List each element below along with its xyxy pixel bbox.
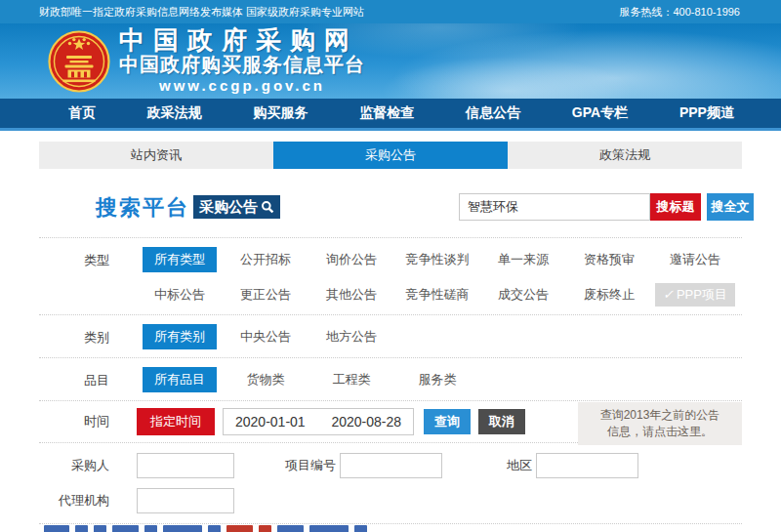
filter-option-goods[interactable]: 货物类: [223, 371, 308, 389]
filter-option-prequalification[interactable]: 资格预审: [566, 251, 652, 268]
notice-line2: 信息，请点击这里。: [578, 424, 742, 440]
purchaser-label: 采购人: [39, 457, 137, 474]
cloud-decoration: [381, 57, 635, 99]
filter-option-other-announcement[interactable]: 其他公告: [308, 286, 394, 304]
filter-panel: 类型 所有类型 公开招标 询价公告 竞争性谈判 单一来源 资格预审 邀请公告 中…: [39, 237, 742, 524]
cloud-decoration: [390, 29, 781, 99]
main-nav: 首页 政采法规 购买服务 监督检查 信息公告 GPA专栏 PPP频道: [0, 99, 781, 131]
extra-filters-row: 采购人 项目编号 地区: [39, 443, 742, 481]
category-filter-row: 类别 所有类别 中央公告 地方公告: [39, 315, 742, 358]
type-options: 所有类型 公开招标 询价公告 竞争性谈判 单一来源 资格预审 邀请公告 中标公告…: [137, 247, 738, 307]
filter-option-services[interactable]: 服务类: [394, 371, 480, 389]
time-filter-row: 时间 指定时间 2020-01-01 2020-08-28 查询 取消 查询20…: [39, 401, 742, 443]
purchaser-input[interactable]: [137, 453, 234, 478]
filter-option-bid-cancellation[interactable]: 废标终止: [566, 286, 652, 304]
nav-item-procurement-regulations[interactable]: 政采法规: [147, 104, 202, 122]
filter-option-competitive-consultation[interactable]: 竞争性磋商: [394, 286, 480, 304]
agency-label: 代理机构: [39, 492, 137, 510]
national-emblem-icon: [48, 30, 110, 93]
cancel-button[interactable]: 取消: [478, 409, 525, 434]
old-announcements-notice-link[interactable]: 查询2013年之前的公告 信息，请点击这里。: [578, 402, 742, 445]
magnifier-icon: [261, 200, 274, 214]
filter-chip-all-categories[interactable]: 所有类别: [143, 324, 217, 349]
nav-item-ppp-channel[interactable]: PPP频道: [679, 104, 734, 122]
topbar-slogan: 财政部唯一指定政府采购信息网络发布媒体 国家级政府采购专业网站: [39, 5, 364, 20]
filter-option-central-announcements[interactable]: 中央公告: [223, 328, 308, 346]
tab-policies-regulations[interactable]: 政策法规: [508, 142, 742, 169]
ppp-project-toggle[interactable]: PPP项目: [655, 283, 735, 307]
date-from-input[interactable]: 2020-01-01: [235, 414, 306, 430]
category-label: 类别: [39, 324, 137, 347]
topbar: 财政部唯一指定政府采购信息网络发布媒体 国家级政府采购专业网站 服务热线：400…: [0, 0, 781, 23]
badge-label: 采购公告: [199, 198, 258, 217]
tab-site-news[interactable]: 站内资讯: [39, 142, 273, 169]
region-input[interactable]: [536, 453, 638, 478]
date-range-box: 2020-01-01 2020-08-28: [223, 408, 414, 435]
nav-item-purchase-services[interactable]: 购买服务: [254, 104, 308, 122]
announcement-category-badge[interactable]: 采购公告: [193, 195, 280, 219]
ppp-toggle-label: PPP项目: [677, 287, 727, 302]
project-no-input[interactable]: [340, 453, 442, 478]
search-platform-title: 搜索平台: [96, 193, 189, 223]
item-filter-row: 品目 所有品目 货物类 工程类 服务类: [39, 358, 742, 401]
search-title-button[interactable]: 搜标题: [650, 193, 701, 221]
filter-option-inquiry-announcement[interactable]: 询价公告: [308, 251, 394, 268]
agency-input[interactable]: [137, 488, 234, 513]
item-options: 所有品目 货物类 工程类 服务类: [137, 367, 738, 392]
national-emblem-logo[interactable]: [48, 30, 110, 93]
specified-time-chip[interactable]: 指定时间: [137, 408, 215, 435]
date-to-input[interactable]: 2020-08-28: [331, 414, 401, 430]
notice-line1: 查询2013年之前的公告: [578, 407, 742, 424]
search-input[interactable]: [459, 193, 650, 221]
region-label: 地区: [507, 457, 532, 474]
type-filter-row: 类型 所有类型 公开招标 询价公告 竞争性谈判 单一来源 资格预审 邀请公告 中…: [39, 238, 742, 315]
filter-chip-all-types[interactable]: 所有类型: [143, 247, 217, 272]
search-section: 搜索平台 采购公告 搜标题 搜全文: [39, 192, 742, 222]
site-title-block: 中国政府采购网 中国政府购买服务信息平台 www.ccgp.gov.cn: [119, 27, 365, 95]
clipped-result-row: [44, 525, 367, 532]
site-header: 中国政府采购网 中国政府购买服务信息平台 www.ccgp.gov.cn: [0, 23, 781, 99]
filter-option-competitive-negotiation[interactable]: 竞争性谈判: [394, 251, 480, 268]
project-no-label: 项目编号: [285, 457, 336, 474]
nav-item-supervision-inspection[interactable]: 监督检查: [359, 104, 414, 122]
filter-option-invitation-announcement[interactable]: 邀请公告: [652, 251, 738, 268]
site-title: 中国政府采购网: [119, 27, 365, 54]
site-subtitle: 中国政府购买服务信息平台: [119, 54, 365, 76]
site-url: www.ccgp.gov.cn: [119, 76, 365, 95]
check-icon: [663, 287, 677, 302]
filter-chip-all-items[interactable]: 所有品目: [143, 367, 217, 392]
page: 财政部唯一指定政府采购信息网络发布媒体 国家级政府采购专业网站 服务热线：400…: [0, 0, 781, 532]
section-tabs: 站内资讯 采购公告 政策法规: [39, 142, 742, 169]
search-fulltext-button[interactable]: 搜全文: [707, 193, 754, 221]
nav-item-home[interactable]: 首页: [68, 104, 96, 122]
type-label: 类型: [39, 247, 137, 269]
time-label: 时间: [39, 413, 137, 430]
filter-option-correction-announcement[interactable]: 更正公告: [223, 286, 308, 304]
filter-option-open-tender[interactable]: 公开招标: [223, 251, 308, 268]
filter-option-single-source[interactable]: 单一来源: [480, 251, 566, 268]
tab-procurement-announcements[interactable]: 采购公告: [273, 142, 508, 169]
service-hotline: 服务热线：400-810-1996: [619, 5, 740, 20]
agency-filter-row: 代理机构: [39, 481, 742, 524]
filter-option-local-announcements[interactable]: 地方公告: [308, 328, 394, 346]
filter-option-engineering[interactable]: 工程类: [308, 371, 394, 389]
category-options: 所有类别 中央公告 地方公告: [137, 324, 738, 349]
query-button[interactable]: 查询: [424, 409, 471, 434]
nav-item-gpa-column[interactable]: GPA专栏: [572, 104, 628, 122]
nav-item-information-announcements[interactable]: 信息公告: [466, 104, 520, 122]
item-label: 品目: [39, 367, 137, 389]
filter-option-transaction-announcement[interactable]: 成交公告: [480, 286, 566, 304]
filter-option-award-announcement[interactable]: 中标公告: [137, 286, 223, 304]
